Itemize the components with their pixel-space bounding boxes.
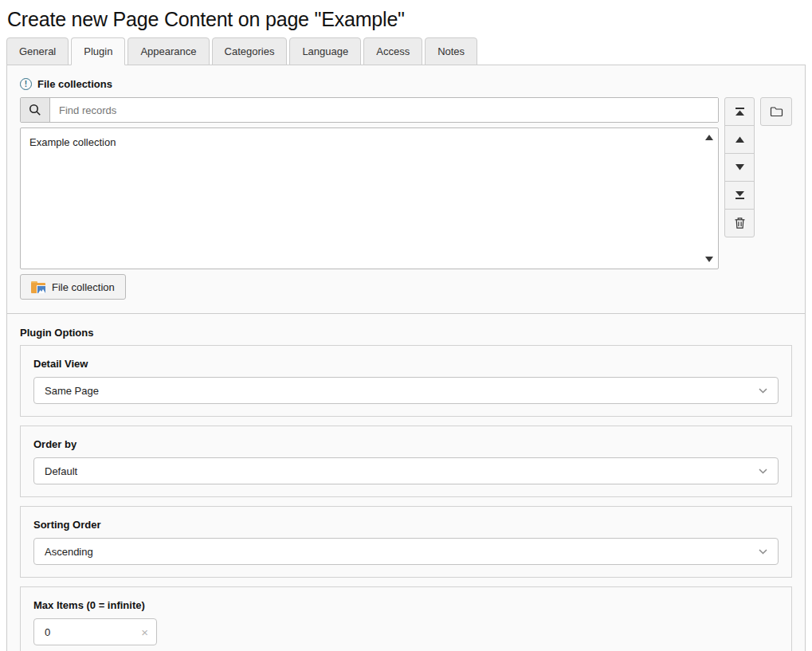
tab-bar: General Plugin Appearance Categories Lan… [6,37,806,65]
record-search-group [20,97,719,123]
plugin-options-heading: Plugin Options [20,327,792,339]
move-to-top-button[interactable] [724,97,755,126]
tab-categories[interactable]: Categories [212,37,288,65]
folder-icon [770,106,783,117]
field-panel-detail-view: Detail View Same Page [20,345,792,417]
selected-items-listbox[interactable]: Example collection [20,127,719,269]
move-to-bottom-icon [735,190,745,200]
chevron-down-icon [759,549,767,555]
info-icon: ! [20,78,32,90]
trash-icon [734,217,746,229]
scroll-up-arrow[interactable] [705,135,713,140]
detail-view-select[interactable]: Same Page [33,377,779,404]
field-panel-max-items: Max Items (0 = infinite) × [20,586,792,651]
file-collections-label: File collections [37,78,112,90]
item-move-button-group [724,97,755,269]
remove-item-button[interactable] [724,209,755,237]
max-items-label: Max Items (0 = infinite) [33,599,779,611]
browse-records-button[interactable] [760,97,792,126]
sorting-order-select[interactable]: Ascending [33,538,779,565]
move-down-icon [735,163,745,171]
sorting-order-label: Sorting Order [33,519,779,531]
add-file-collection-label: File collection [52,281,115,293]
clear-input-icon[interactable]: × [141,626,148,638]
page-title: Create new Page Content on page "Example… [0,0,812,32]
section-divider [7,313,805,314]
tab-general[interactable]: General [6,37,69,65]
field-panel-sorting-order: Sorting Order Ascending [20,506,792,578]
sorting-order-value: Ascending [45,546,93,558]
max-items-input[interactable] [34,626,141,638]
order-by-label: Order by [33,438,779,450]
move-up-icon [735,135,745,143]
file-collections-selector: Example collection [20,97,792,269]
add-file-collection-button[interactable]: File collection [20,274,126,300]
tab-language[interactable]: Language [289,37,361,65]
detail-view-value: Same Page [45,385,99,397]
tab-notes[interactable]: Notes [425,37,477,65]
order-by-value: Default [45,465,77,477]
detail-view-label: Detail View [33,358,779,370]
selector-main-column: Example collection [20,97,719,269]
file-collections-label-row: ! File collections [20,78,792,90]
tab-access[interactable]: Access [363,37,422,65]
move-up-button[interactable] [724,125,755,154]
field-panel-order-by: Order by Default [20,426,792,497]
list-item[interactable]: Example collection [21,135,718,150]
move-to-bottom-button[interactable] [724,181,755,210]
file-collection-icon [31,281,45,293]
move-to-top-icon [735,107,745,116]
move-down-button[interactable] [724,153,755,182]
search-input[interactable] [50,98,718,122]
chevron-down-icon [759,388,767,394]
max-items-input-wrap: × [33,618,157,645]
tab-appearance[interactable]: Appearance [127,37,209,65]
search-addon [21,98,50,122]
chevron-down-icon [759,469,767,474]
tab-content-panel: ! File collections Example collection [6,65,806,651]
tab-plugin[interactable]: Plugin [71,37,125,65]
search-icon [29,104,41,116]
page: Create new Page Content on page "Example… [0,0,812,651]
scroll-down-arrow[interactable] [705,257,713,262]
order-by-select[interactable]: Default [33,457,779,484]
